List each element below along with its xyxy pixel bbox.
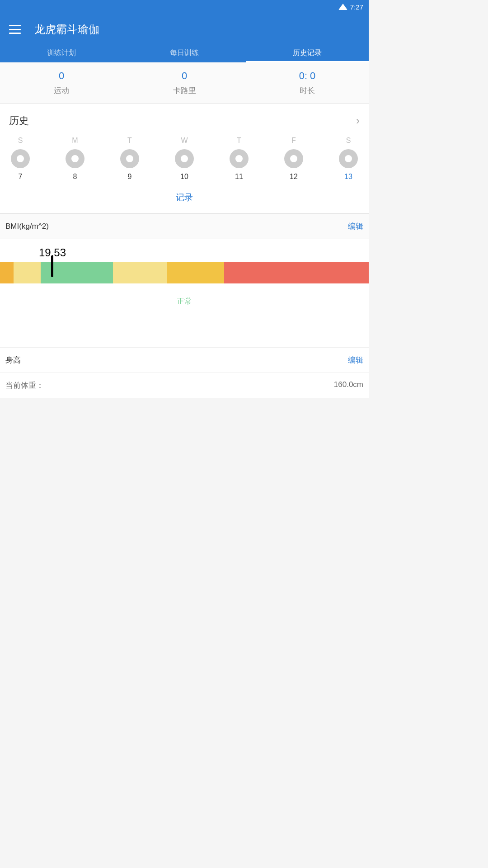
day-item[interactable]: S13 bbox=[337, 137, 360, 181]
bmi-marker bbox=[51, 255, 53, 277]
stat-value: 0: 0 bbox=[299, 70, 316, 82]
weight-label: 当前体重： bbox=[5, 380, 44, 391]
bmi-status: 正常 bbox=[0, 296, 369, 307]
app-bar: 龙虎霸斗瑜伽 bbox=[0, 14, 369, 45]
bmi-body: 19.53 正常 bbox=[0, 239, 369, 347]
bmi-bar bbox=[0, 262, 369, 283]
history-section: 历史 › S7 M8 T9 W10 T11 F12 S13 记录 bbox=[0, 104, 369, 214]
history-title: 历史 bbox=[9, 114, 29, 127]
stat-value: 0 bbox=[59, 70, 64, 82]
stat-value: 0 bbox=[182, 70, 187, 82]
record-button[interactable]: 记录 bbox=[9, 189, 360, 206]
stat-label: 时长 bbox=[300, 85, 315, 96]
day-item[interactable]: W10 bbox=[173, 137, 196, 181]
weight-row: 当前体重： 160.0cm bbox=[0, 373, 369, 398]
day-circle-icon bbox=[175, 149, 194, 168]
day-circle-icon bbox=[339, 149, 358, 168]
stat-exercise: 0 运动 bbox=[0, 62, 123, 104]
history-header[interactable]: 历史 › bbox=[9, 114, 360, 127]
app-title: 龙虎霸斗瑜伽 bbox=[34, 22, 99, 37]
stat-label: 运动 bbox=[54, 85, 69, 96]
bmi-value: 19.53 bbox=[39, 246, 369, 259]
height-edit-button[interactable]: 编辑 bbox=[348, 355, 363, 365]
tab-daily[interactable]: 每日训练 bbox=[123, 45, 246, 62]
wifi-icon bbox=[338, 4, 347, 10]
bmi-edit-button[interactable]: 编辑 bbox=[348, 221, 363, 231]
stat-calories: 0 卡路里 bbox=[123, 62, 246, 104]
height-section: 身高 编辑 当前体重： 160.0cm bbox=[0, 347, 369, 398]
stat-duration: 0: 0 时长 bbox=[246, 62, 369, 104]
day-circle-icon bbox=[120, 149, 139, 168]
height-header: 身高 编辑 bbox=[0, 347, 369, 373]
bmi-header: BMI(kg/m^2) 编辑 bbox=[0, 214, 369, 239]
stats-row: 0 运动 0 卡路里 0: 0 时长 bbox=[0, 62, 369, 104]
day-item[interactable]: S7 bbox=[9, 137, 32, 181]
height-label: 身高 bbox=[5, 355, 21, 365]
day-circle-icon bbox=[11, 149, 30, 168]
week-row: S7 M8 T9 W10 T11 F12 S13 bbox=[9, 137, 360, 181]
bmi-label: BMI(kg/m^2) bbox=[5, 222, 49, 231]
status-time: 7:27 bbox=[350, 3, 363, 11]
day-item[interactable]: T9 bbox=[118, 137, 141, 181]
tab-plan[interactable]: 训练计划 bbox=[0, 45, 123, 62]
tabs: 训练计划 每日训练 历史记录 bbox=[0, 45, 369, 62]
day-item[interactable]: F12 bbox=[282, 137, 305, 181]
status-bar: 7:27 bbox=[0, 0, 369, 14]
height-value: 160.0cm bbox=[334, 380, 363, 391]
stat-label: 卡路里 bbox=[173, 85, 196, 96]
day-item[interactable]: M8 bbox=[64, 137, 86, 181]
day-item[interactable]: T11 bbox=[228, 137, 250, 181]
chevron-right-icon: › bbox=[356, 114, 360, 127]
day-circle-icon bbox=[230, 149, 249, 168]
menu-icon[interactable] bbox=[9, 25, 21, 34]
day-circle-icon bbox=[66, 149, 84, 168]
day-circle-icon bbox=[284, 149, 303, 168]
tab-history[interactable]: 历史记录 bbox=[246, 45, 369, 62]
